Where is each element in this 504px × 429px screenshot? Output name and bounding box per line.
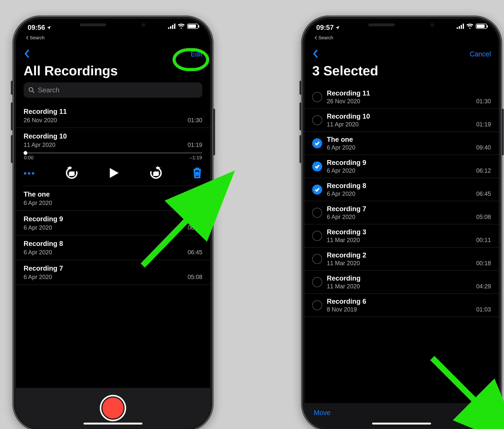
recording-row[interactable]: Recording 1011 Apr 202001:19 <box>304 109 499 132</box>
svg-line-3 <box>143 213 194 266</box>
select-checkbox[interactable] <box>312 92 322 102</box>
recording-date: 6 Apr 2020 <box>24 224 52 231</box>
breadcrumb[interactable]: Search <box>314 35 333 40</box>
recording-date: 6 Apr 2020 <box>24 249 52 256</box>
recording-date: 11 Apr 2020 <box>327 121 359 128</box>
record-bar <box>16 388 210 428</box>
page-title: All Recordings <box>16 61 210 82</box>
recording-name: Recording 7 <box>327 205 491 213</box>
chevron-left-icon <box>312 50 319 58</box>
recording-row[interactable]: Recording 1011 Apr 202001:190:00–1:19•••… <box>16 128 210 186</box>
select-checkbox[interactable] <box>312 115 322 125</box>
scrub-end: –1:19 <box>190 155 202 161</box>
svg-line-4 <box>432 358 482 408</box>
recording-date: 11 Mar 2020 <box>327 237 360 243</box>
play-button[interactable] <box>108 167 120 179</box>
battery-icon <box>187 24 198 29</box>
record-button[interactable] <box>100 395 126 421</box>
recording-duration: 01:03 <box>476 306 491 313</box>
cellular-icon <box>457 24 464 29</box>
recording-duration: 05:08 <box>476 214 491 220</box>
recording-name: Recording 8 <box>327 182 491 190</box>
edit-button[interactable]: Edit <box>191 50 202 58</box>
recording-name: The one <box>24 190 202 198</box>
recording-name: Recording 6 <box>327 297 491 305</box>
recording-row[interactable]: The one6 Apr 202009:40 <box>304 132 499 155</box>
recording-row[interactable]: Recording 311 Mar 202000:11 <box>304 224 499 248</box>
recording-name: Recording 11 <box>24 107 202 115</box>
recording-name: Recording 9 <box>327 159 491 166</box>
recording-row[interactable]: Recording 96 Apr 202006:12 <box>304 155 499 178</box>
annotation-arrow <box>426 352 491 418</box>
forward-15-button[interactable]: 15 <box>149 166 163 180</box>
recording-date: 8 Nov 2019 <box>327 306 357 313</box>
select-checkbox[interactable] <box>312 231 322 241</box>
recording-date: 26 Nov 2020 <box>327 98 360 105</box>
recording-name: The one <box>327 135 491 143</box>
select-checkbox[interactable] <box>312 300 322 310</box>
rewind-15-button[interactable]: 15 <box>65 166 78 180</box>
recording-date: 6 Apr 2020 <box>327 214 355 220</box>
recording-row[interactable]: Recording 1126 Nov 202001:30 <box>304 86 499 109</box>
cancel-button[interactable]: Cancel <box>470 50 491 58</box>
chevron-left-icon <box>24 50 30 58</box>
search-icon <box>28 87 35 93</box>
recording-duration: 09:40 <box>476 144 491 151</box>
more-button[interactable]: ••• <box>24 169 35 178</box>
home-indicator[interactable] <box>84 423 142 424</box>
recording-duration: 00:11 <box>476 237 491 243</box>
search-input[interactable]: Search <box>24 82 202 98</box>
annotation-arrow <box>137 203 205 272</box>
recording-name: Recording 10 <box>24 132 202 140</box>
recording-date: 26 Nov 2020 <box>24 117 57 124</box>
recording-date: 6 Apr 2020 <box>327 190 355 197</box>
check-icon <box>314 187 320 192</box>
recording-duration: 01:19 <box>188 142 202 148</box>
back-button[interactable] <box>312 50 319 59</box>
recording-date: 6 Apr 2020 <box>327 167 355 174</box>
select-checkbox[interactable] <box>312 208 322 218</box>
select-checkbox[interactable] <box>312 138 322 148</box>
recording-name: Recording <box>327 274 491 282</box>
recording-date: 6 Apr 2020 <box>327 144 355 151</box>
recording-duration: 01:30 <box>188 117 202 124</box>
recording-row[interactable]: Recording 211 Mar 202000:18 <box>304 248 499 271</box>
recording-duration: 01:30 <box>476 98 491 105</box>
recording-row[interactable]: Recording 86 Apr 202006:45 <box>304 178 499 201</box>
page-title: 3 Selected <box>304 61 499 82</box>
trash-button[interactable] <box>192 167 202 179</box>
recording-row[interactable]: Recording11 Mar 202004:29 <box>304 271 499 294</box>
location-icon <box>335 26 340 30</box>
select-checkbox[interactable] <box>312 277 322 287</box>
recording-row[interactable]: Recording 68 Nov 201901:03 <box>304 294 499 317</box>
status-time: 09:56 <box>28 24 45 31</box>
check-icon <box>314 141 320 146</box>
location-icon <box>47 26 51 30</box>
recording-duration: 06:12 <box>476 167 491 174</box>
battery-icon <box>476 24 487 29</box>
wifi-icon <box>178 24 185 29</box>
skip-icon: 15 <box>149 166 163 180</box>
move-button[interactable]: Move <box>314 409 330 417</box>
select-checkbox[interactable] <box>312 161 322 171</box>
cellular-icon <box>168 24 175 29</box>
recording-row[interactable]: Recording 1126 Nov 202001:30 <box>16 103 210 128</box>
recording-name: Recording 2 <box>327 251 491 259</box>
recording-duration: 06:45 <box>476 190 491 197</box>
recording-name: Recording 3 <box>327 228 491 236</box>
scrubber[interactable] <box>24 152 202 153</box>
select-checkbox[interactable] <box>312 185 322 195</box>
recording-date: 11 Apr 2020 <box>24 142 55 148</box>
svg-text:15: 15 <box>69 171 74 176</box>
scrub-start: 0:00 <box>24 155 34 161</box>
check-icon <box>314 164 320 169</box>
home-indicator[interactable] <box>372 423 431 424</box>
skip-icon: 15 <box>65 166 78 180</box>
recording-duration: 05:08 <box>188 274 202 280</box>
select-checkbox[interactable] <box>312 254 322 264</box>
back-button[interactable] <box>24 50 30 59</box>
breadcrumb[interactable]: Search <box>26 35 44 40</box>
recording-duration: 04:29 <box>476 283 491 290</box>
wifi-icon <box>466 24 473 29</box>
recording-row[interactable]: Recording 76 Apr 202005:08 <box>304 201 499 224</box>
